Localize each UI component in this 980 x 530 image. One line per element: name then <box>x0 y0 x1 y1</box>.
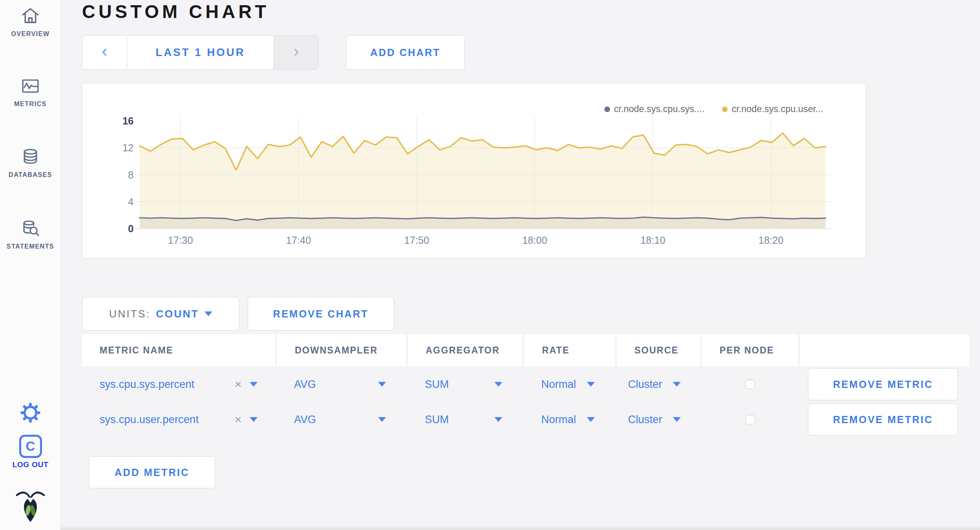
sidebar-item-overview[interactable]: OVERVIEW <box>0 6 61 38</box>
svg-text:12: 12 <box>122 142 134 153</box>
column-header-rate: RATE <box>524 334 615 366</box>
column-header-per-node: PER NODE <box>702 334 798 366</box>
sidebar-item-databases[interactable]: DATABASES <box>0 147 61 179</box>
custom-chart-page: OVERVIEW METRICS DATABASES <box>0 0 980 530</box>
cockroach-c-icon: C <box>19 435 42 458</box>
chevron-down-icon <box>587 417 595 422</box>
downsampler-select[interactable]: AVG <box>277 368 406 400</box>
chart-legend: cr.node.sys.cpu.sys.... cr.node.sys.cpu.… <box>604 104 823 114</box>
remove-metric-button[interactable]: REMOVE METRIC <box>808 404 958 436</box>
svg-text:18:00: 18:00 <box>522 235 548 246</box>
source-value: Cluster <box>628 414 662 426</box>
per-node-checkbox[interactable] <box>745 379 755 389</box>
svg-text:18:10: 18:10 <box>640 235 666 246</box>
downsampler-value: AVG <box>294 414 316 426</box>
svg-text:8: 8 <box>128 169 134 181</box>
aggregator-value: SUM <box>425 414 449 426</box>
sidebar-item-label: METRICS <box>0 100 61 108</box>
units-dropdown[interactable]: UNITS: COUNT <box>82 297 240 331</box>
metric-name-select[interactable]: sys.cpu.user.percent × <box>82 404 275 436</box>
chevron-down-icon[interactable] <box>250 382 258 387</box>
svg-text:17:50: 17:50 <box>404 235 429 246</box>
legend-item[interactable]: cr.node.sys.cpu.user... <box>722 104 823 114</box>
logout-button[interactable]: C LOG OUT <box>0 435 61 469</box>
svg-text:17:30: 17:30 <box>168 235 193 246</box>
svg-text:4: 4 <box>128 196 134 207</box>
settings-button[interactable] <box>0 402 61 425</box>
metrics-table-header: METRIC NAME DOWNSAMPLER AGGREGATOR RATE … <box>82 334 969 366</box>
metric-name-value: sys.cpu.user.percent <box>100 414 199 426</box>
time-window-control: ‹ LAST 1 HOUR › <box>82 35 319 70</box>
legend-label: cr.node.sys.cpu.sys.... <box>614 104 704 114</box>
sidebar: OVERVIEW METRICS DATABASES <box>0 0 61 530</box>
clear-icon[interactable]: × <box>234 414 242 426</box>
clear-icon[interactable]: × <box>234 378 242 390</box>
units-value: COUNT <box>156 308 199 320</box>
time-window-next-button[interactable]: › <box>274 36 318 69</box>
source-select[interactable]: Cluster <box>617 404 700 436</box>
sidebar-item-label: DATABASES <box>0 171 61 179</box>
column-header-aggregator: AGGREGATOR <box>408 334 522 366</box>
column-header-downsampler: DOWNSAMPLER <box>277 334 406 366</box>
downsampler-select[interactable]: AVG <box>277 404 406 436</box>
chevron-down-icon <box>494 382 502 387</box>
downsampler-value: AVG <box>294 378 316 391</box>
chart-card: cr.node.sys.cpu.sys.... cr.node.sys.cpu.… <box>82 83 866 258</box>
home-icon <box>20 6 40 27</box>
chevron-down-icon <box>673 417 681 422</box>
chevron-down-icon <box>494 417 502 422</box>
time-window-dropdown[interactable]: LAST 1 HOUR <box>127 36 274 69</box>
source-value: Cluster <box>628 378 662 391</box>
metric-name-value: sys.cpu.sys.percent <box>100 378 194 391</box>
sidebar-item-label: STATEMENTS <box>0 243 61 250</box>
aggregator-select[interactable]: SUM <box>408 404 522 436</box>
chevron-down-icon <box>378 417 386 422</box>
chevron-down-icon[interactable] <box>250 417 258 422</box>
sidebar-item-label: OVERVIEW <box>0 30 61 38</box>
column-header-metric-name: METRIC NAME <box>82 334 275 366</box>
legend-dot-sys <box>604 106 610 112</box>
units-label: UNITS: <box>109 308 150 320</box>
chevron-right-icon: › <box>294 43 299 62</box>
rate-value: Normal <box>541 414 576 426</box>
sidebar-item-statements[interactable]: STATEMENTS <box>0 219 61 250</box>
legend-label: cr.node.sys.cpu.user... <box>732 104 823 114</box>
aggregator-value: SUM <box>425 378 449 391</box>
column-header-actions <box>800 334 969 366</box>
scroll-shadow <box>61 525 980 530</box>
chevron-down-icon <box>378 382 386 387</box>
database-icon <box>20 147 40 168</box>
chevron-down-icon <box>673 382 681 387</box>
aggregator-select[interactable]: SUM <box>408 368 522 400</box>
sidebar-item-metrics[interactable]: METRICS <box>0 76 61 108</box>
cockroachdb-logo <box>0 489 61 526</box>
svg-text:16: 16 <box>122 115 134 126</box>
svg-text:18:20: 18:20 <box>758 235 784 246</box>
cockroach-bug-icon <box>15 489 46 526</box>
rate-select[interactable]: Normal <box>524 404 615 436</box>
metric-name-select[interactable]: sys.cpu.sys.percent × <box>82 368 275 400</box>
time-window-prev-button[interactable]: ‹ <box>82 36 127 69</box>
legend-dot-user <box>722 106 728 112</box>
rate-select[interactable]: Normal <box>524 368 615 400</box>
svg-text:0: 0 <box>128 223 134 234</box>
chevron-down-icon <box>204 311 212 316</box>
chevron-down-icon <box>587 382 595 387</box>
per-node-cell <box>702 368 798 400</box>
per-node-checkbox[interactable] <box>745 415 755 424</box>
chevron-left-icon: ‹ <box>102 43 108 62</box>
source-select[interactable]: Cluster <box>617 368 700 400</box>
statements-icon <box>20 219 40 240</box>
per-node-cell <box>702 404 798 436</box>
rate-value: Normal <box>541 378 576 391</box>
column-header-source: SOURCE <box>617 334 700 366</box>
remove-chart-button[interactable]: REMOVE CHART <box>248 297 394 331</box>
page-title: CUSTOM CHART <box>82 1 269 22</box>
gear-icon <box>20 402 41 425</box>
remove-metric-button[interactable]: REMOVE METRIC <box>808 368 958 400</box>
legend-item[interactable]: cr.node.sys.cpu.sys.... <box>604 104 704 114</box>
metrics-icon <box>20 76 40 97</box>
add-chart-button[interactable]: ADD CHART <box>346 35 465 70</box>
svg-text:17:40: 17:40 <box>286 235 311 246</box>
add-metric-button[interactable]: ADD METRIC <box>89 456 215 488</box>
